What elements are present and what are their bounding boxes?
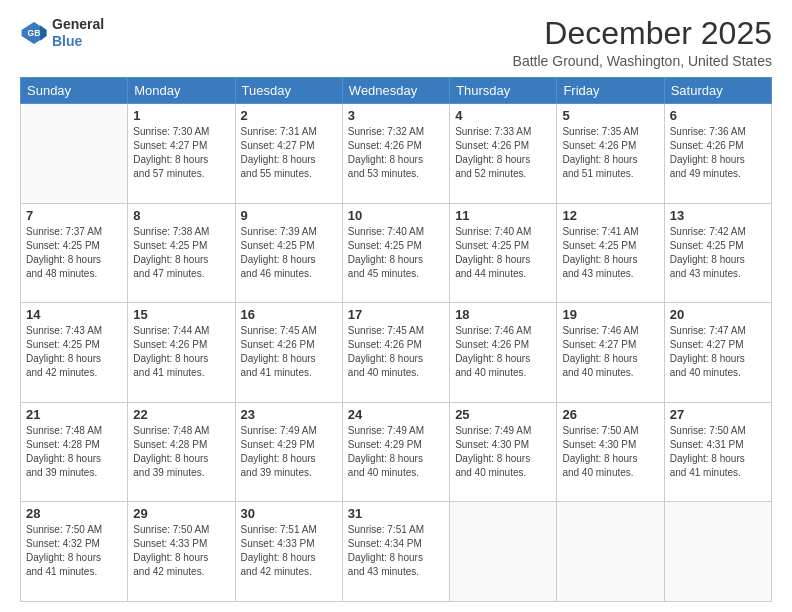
day-number: 25 <box>455 407 551 422</box>
calendar-header-row: SundayMondayTuesdayWednesdayThursdayFrid… <box>21 78 772 104</box>
calendar-cell: 17Sunrise: 7:45 AM Sunset: 4:26 PM Dayli… <box>342 303 449 403</box>
header: GB General Blue December 2025 Battle Gro… <box>20 16 772 69</box>
day-number: 7 <box>26 208 122 223</box>
day-number: 19 <box>562 307 658 322</box>
day-number: 16 <box>241 307 337 322</box>
day-info: Sunrise: 7:50 AM Sunset: 4:30 PM Dayligh… <box>562 424 658 480</box>
day-number: 2 <box>241 108 337 123</box>
day-number: 10 <box>348 208 444 223</box>
day-info: Sunrise: 7:43 AM Sunset: 4:25 PM Dayligh… <box>26 324 122 380</box>
day-number: 1 <box>133 108 229 123</box>
calendar-cell: 2Sunrise: 7:31 AM Sunset: 4:27 PM Daylig… <box>235 104 342 204</box>
calendar-cell: 21Sunrise: 7:48 AM Sunset: 4:28 PM Dayli… <box>21 402 128 502</box>
title-block: December 2025 Battle Ground, Washington,… <box>513 16 772 69</box>
day-info: Sunrise: 7:47 AM Sunset: 4:27 PM Dayligh… <box>670 324 766 380</box>
day-number: 11 <box>455 208 551 223</box>
day-header-friday: Friday <box>557 78 664 104</box>
calendar-cell: 5Sunrise: 7:35 AM Sunset: 4:26 PM Daylig… <box>557 104 664 204</box>
day-number: 28 <box>26 506 122 521</box>
day-info: Sunrise: 7:51 AM Sunset: 4:34 PM Dayligh… <box>348 523 444 579</box>
calendar-week-2: 7Sunrise: 7:37 AM Sunset: 4:25 PM Daylig… <box>21 203 772 303</box>
calendar-cell: 29Sunrise: 7:50 AM Sunset: 4:33 PM Dayli… <box>128 502 235 602</box>
day-info: Sunrise: 7:40 AM Sunset: 4:25 PM Dayligh… <box>348 225 444 281</box>
day-info: Sunrise: 7:45 AM Sunset: 4:26 PM Dayligh… <box>348 324 444 380</box>
calendar-cell: 18Sunrise: 7:46 AM Sunset: 4:26 PM Dayli… <box>450 303 557 403</box>
day-header-saturday: Saturday <box>664 78 771 104</box>
calendar-cell: 10Sunrise: 7:40 AM Sunset: 4:25 PM Dayli… <box>342 203 449 303</box>
day-number: 5 <box>562 108 658 123</box>
day-info: Sunrise: 7:35 AM Sunset: 4:26 PM Dayligh… <box>562 125 658 181</box>
day-info: Sunrise: 7:48 AM Sunset: 4:28 PM Dayligh… <box>133 424 229 480</box>
calendar-cell: 20Sunrise: 7:47 AM Sunset: 4:27 PM Dayli… <box>664 303 771 403</box>
calendar-cell: 4Sunrise: 7:33 AM Sunset: 4:26 PM Daylig… <box>450 104 557 204</box>
svg-text:GB: GB <box>28 28 41 38</box>
day-number: 12 <box>562 208 658 223</box>
subtitle: Battle Ground, Washington, United States <box>513 53 772 69</box>
calendar-cell: 24Sunrise: 7:49 AM Sunset: 4:29 PM Dayli… <box>342 402 449 502</box>
day-number: 22 <box>133 407 229 422</box>
calendar-week-3: 14Sunrise: 7:43 AM Sunset: 4:25 PM Dayli… <box>21 303 772 403</box>
svg-marker-1 <box>40 25 46 41</box>
day-number: 24 <box>348 407 444 422</box>
calendar-cell: 8Sunrise: 7:38 AM Sunset: 4:25 PM Daylig… <box>128 203 235 303</box>
day-number: 31 <box>348 506 444 521</box>
logo-icon: GB <box>20 19 48 47</box>
day-info: Sunrise: 7:30 AM Sunset: 4:27 PM Dayligh… <box>133 125 229 181</box>
calendar-cell: 1Sunrise: 7:30 AM Sunset: 4:27 PM Daylig… <box>128 104 235 204</box>
day-number: 4 <box>455 108 551 123</box>
day-number: 26 <box>562 407 658 422</box>
calendar-cell: 23Sunrise: 7:49 AM Sunset: 4:29 PM Dayli… <box>235 402 342 502</box>
day-info: Sunrise: 7:49 AM Sunset: 4:29 PM Dayligh… <box>348 424 444 480</box>
day-number: 27 <box>670 407 766 422</box>
day-header-thursday: Thursday <box>450 78 557 104</box>
day-info: Sunrise: 7:40 AM Sunset: 4:25 PM Dayligh… <box>455 225 551 281</box>
calendar-cell: 25Sunrise: 7:49 AM Sunset: 4:30 PM Dayli… <box>450 402 557 502</box>
day-info: Sunrise: 7:48 AM Sunset: 4:28 PM Dayligh… <box>26 424 122 480</box>
day-info: Sunrise: 7:45 AM Sunset: 4:26 PM Dayligh… <box>241 324 337 380</box>
day-number: 13 <box>670 208 766 223</box>
logo: GB General Blue <box>20 16 104 50</box>
calendar-cell: 16Sunrise: 7:45 AM Sunset: 4:26 PM Dayli… <box>235 303 342 403</box>
day-info: Sunrise: 7:31 AM Sunset: 4:27 PM Dayligh… <box>241 125 337 181</box>
day-number: 9 <box>241 208 337 223</box>
day-info: Sunrise: 7:33 AM Sunset: 4:26 PM Dayligh… <box>455 125 551 181</box>
calendar-week-1: 1Sunrise: 7:30 AM Sunset: 4:27 PM Daylig… <box>21 104 772 204</box>
calendar-cell: 27Sunrise: 7:50 AM Sunset: 4:31 PM Dayli… <box>664 402 771 502</box>
day-header-sunday: Sunday <box>21 78 128 104</box>
calendar-cell: 19Sunrise: 7:46 AM Sunset: 4:27 PM Dayli… <box>557 303 664 403</box>
calendar-cell: 3Sunrise: 7:32 AM Sunset: 4:26 PM Daylig… <box>342 104 449 204</box>
day-info: Sunrise: 7:49 AM Sunset: 4:29 PM Dayligh… <box>241 424 337 480</box>
day-number: 20 <box>670 307 766 322</box>
day-number: 17 <box>348 307 444 322</box>
calendar-cell: 7Sunrise: 7:37 AM Sunset: 4:25 PM Daylig… <box>21 203 128 303</box>
calendar-table: SundayMondayTuesdayWednesdayThursdayFrid… <box>20 77 772 602</box>
day-number: 3 <box>348 108 444 123</box>
day-info: Sunrise: 7:38 AM Sunset: 4:25 PM Dayligh… <box>133 225 229 281</box>
day-number: 21 <box>26 407 122 422</box>
logo-blue: Blue <box>52 33 82 49</box>
calendar-cell <box>557 502 664 602</box>
calendar-cell: 30Sunrise: 7:51 AM Sunset: 4:33 PM Dayli… <box>235 502 342 602</box>
day-info: Sunrise: 7:50 AM Sunset: 4:32 PM Dayligh… <box>26 523 122 579</box>
day-number: 29 <box>133 506 229 521</box>
day-number: 18 <box>455 307 551 322</box>
day-number: 15 <box>133 307 229 322</box>
logo-general: General <box>52 16 104 32</box>
day-number: 23 <box>241 407 337 422</box>
day-number: 8 <box>133 208 229 223</box>
calendar-cell: 11Sunrise: 7:40 AM Sunset: 4:25 PM Dayli… <box>450 203 557 303</box>
day-info: Sunrise: 7:42 AM Sunset: 4:25 PM Dayligh… <box>670 225 766 281</box>
day-header-wednesday: Wednesday <box>342 78 449 104</box>
day-info: Sunrise: 7:44 AM Sunset: 4:26 PM Dayligh… <box>133 324 229 380</box>
calendar-cell: 26Sunrise: 7:50 AM Sunset: 4:30 PM Dayli… <box>557 402 664 502</box>
calendar-cell: 28Sunrise: 7:50 AM Sunset: 4:32 PM Dayli… <box>21 502 128 602</box>
calendar-cell: 15Sunrise: 7:44 AM Sunset: 4:26 PM Dayli… <box>128 303 235 403</box>
day-number: 6 <box>670 108 766 123</box>
page: GB General Blue December 2025 Battle Gro… <box>0 0 792 612</box>
calendar-week-4: 21Sunrise: 7:48 AM Sunset: 4:28 PM Dayli… <box>21 402 772 502</box>
day-info: Sunrise: 7:46 AM Sunset: 4:27 PM Dayligh… <box>562 324 658 380</box>
day-info: Sunrise: 7:39 AM Sunset: 4:25 PM Dayligh… <box>241 225 337 281</box>
calendar-cell: 31Sunrise: 7:51 AM Sunset: 4:34 PM Dayli… <box>342 502 449 602</box>
calendar-cell: 6Sunrise: 7:36 AM Sunset: 4:26 PM Daylig… <box>664 104 771 204</box>
day-info: Sunrise: 7:50 AM Sunset: 4:33 PM Dayligh… <box>133 523 229 579</box>
